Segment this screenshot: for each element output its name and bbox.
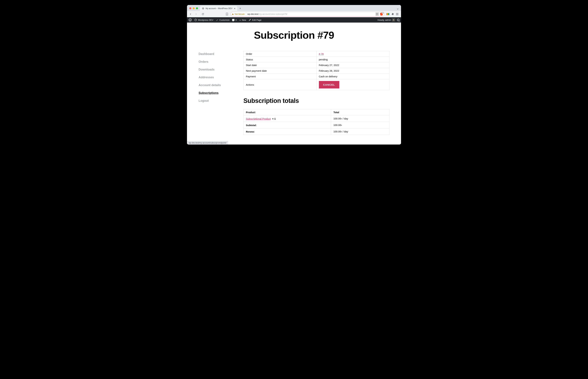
details-value: pending [316, 57, 389, 63]
new-content-link[interactable]: + New [239, 19, 246, 21]
totals-head-product: Product [244, 109, 331, 115]
search-icon [397, 19, 399, 21]
edit-page-link[interactable]: Edit Page [249, 19, 261, 21]
howdy-link[interactable]: Howdy, admin [378, 18, 395, 21]
subscription-totals-table: Product Total Subscriptional Product × 1… [243, 109, 389, 135]
brave-shields-icon[interactable]: 0 [380, 13, 383, 16]
cancel-button[interactable]: CANCEL [319, 81, 340, 88]
totals-product-total: 100.00৳ / day [331, 115, 389, 122]
comments-link[interactable]: 0 [232, 19, 237, 21]
brave-shields-count: 0 [382, 12, 384, 14]
browser-menu-icon[interactable] [396, 13, 398, 15]
profile-icon[interactable] [387, 13, 389, 15]
maximize-window-icon[interactable] [196, 7, 198, 9]
url-host: wp-dev.test [247, 13, 258, 15]
details-row: Order# 78 [244, 51, 389, 57]
search-toggle[interactable] [397, 19, 399, 21]
wordpress-logo-icon [189, 18, 192, 21]
site-name-link[interactable]: Wordpress DEV [194, 19, 213, 21]
sidebar-item-addresses[interactable]: Addresses [199, 76, 229, 79]
separator [246, 13, 246, 16]
details-label: Payment [244, 74, 317, 79]
sidebar-item-logout[interactable]: Logout [199, 99, 229, 103]
warning-triangle-icon [232, 13, 234, 15]
details-row: PaymentCash on delivery [244, 74, 389, 79]
details-label: Status [244, 57, 317, 63]
subtotal-label: Subtotal: [244, 122, 331, 128]
customize-link[interactable]: Customize [216, 19, 230, 21]
close-tab-icon[interactable]: ✕ [234, 7, 236, 10]
url-text: wp-dev.test/my-account/view-subscrpt/79/ [247, 13, 287, 15]
forward-button[interactable] [194, 12, 198, 16]
extensions-icon[interactable] [391, 13, 394, 16]
minimize-window-icon[interactable] [193, 7, 195, 9]
product-qty: × 1 [272, 117, 276, 120]
comment-icon [232, 19, 234, 21]
new-tab-button[interactable]: + [238, 6, 243, 11]
actions-label: Actions [244, 79, 317, 90]
avatar-icon [392, 18, 395, 21]
wp-admin-bar: Wordpress DEV Customize 0 + New Edit Pag… [187, 17, 401, 23]
details-row: Statuspending [244, 57, 389, 63]
details-value: February 28, 2022 [316, 68, 389, 74]
browser-toolbar: Not Secure wp-dev.test/my-account/view-s… [187, 11, 401, 17]
details-value: # 78 [316, 51, 389, 57]
subscription-details-table: Order# 78StatuspendingStart dateFebruary… [243, 51, 389, 90]
globe-icon [202, 7, 204, 10]
status-bar: wp-dev.test/my-account/subscrpt-endpoint… [187, 141, 228, 144]
tabs-dropdown-icon[interactable] [397, 8, 399, 10]
plus-icon: + [239, 19, 241, 21]
dashboard-icon [194, 19, 197, 21]
address-bar[interactable]: Not Secure wp-dev.test/my-account/view-s… [231, 12, 385, 16]
reload-button[interactable] [201, 12, 205, 16]
details-value: February 27, 2022 [316, 63, 389, 68]
sidebar-item-dashboard[interactable]: Dashboard [199, 52, 229, 56]
renew-value: 100.00৳ / day [331, 128, 389, 135]
svg-point-2 [393, 19, 394, 20]
product-link[interactable]: Subscriptional Product [246, 117, 271, 120]
close-window-icon[interactable] [189, 7, 191, 9]
share-qr-icon[interactable] [376, 13, 379, 16]
page-content: Subscription #79 DashboardOrdersDownload… [187, 23, 401, 144]
renew-label: Renew: [244, 128, 331, 135]
browser-tab[interactable]: My account – WordPress DEV ✕ [200, 6, 237, 11]
wp-logo-link[interactable] [189, 18, 192, 21]
subtotal-value: 100.00৳ [331, 122, 389, 128]
details-value: Cash on delivery [316, 74, 389, 79]
details-row: Next payment dateFebruary 28, 2022 [244, 68, 389, 74]
sidebar-item-subscriptions[interactable]: Subscriptions [199, 91, 229, 95]
url-path: /my-account/view-subscrpt/79/ [258, 13, 288, 15]
details-label: Next payment date [244, 68, 317, 74]
not-secure-indicator[interactable]: Not Secure [232, 13, 245, 15]
section-heading-totals: Subscription totals [243, 97, 389, 104]
window-controls [188, 7, 199, 11]
details-row: Start dateFebruary 27, 2022 [244, 63, 389, 68]
page-title: Subscription #79 [199, 29, 389, 41]
back-button[interactable] [188, 12, 193, 16]
bookmark-icon[interactable] [225, 13, 229, 16]
totals-head-total: Total [331, 109, 389, 115]
sidebar-item-orders[interactable]: Orders [199, 60, 229, 63]
sidebar-item-account-details[interactable]: Account details [199, 83, 229, 87]
sidebar-item-downloads[interactable]: Downloads [199, 68, 229, 71]
order-link[interactable]: # 78 [319, 52, 324, 55]
not-secure-label: Not Secure [235, 13, 245, 15]
totals-product-cell: Subscriptional Product × 1 [244, 115, 331, 122]
details-label: Start date [244, 63, 317, 68]
brush-icon [216, 19, 218, 21]
pencil-icon [249, 19, 251, 21]
account-nav: DashboardOrdersDownloadsAddressesAccount… [199, 51, 229, 135]
browser-tabbar: My account – WordPress DEV ✕ + [187, 5, 401, 11]
details-label: Order [244, 51, 317, 57]
tab-title: My account – WordPress DEV [206, 7, 232, 10]
